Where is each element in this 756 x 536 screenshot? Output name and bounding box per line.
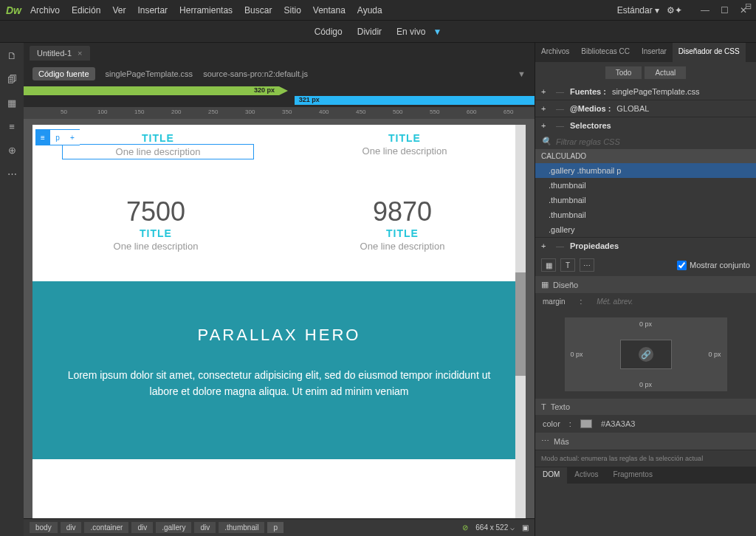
stat-block[interactable]: 7500 TITLE One line description (62, 174, 250, 252)
menu-edicion[interactable]: Edición (72, 5, 100, 16)
calculated-label: CALCULADO (535, 149, 756, 163)
scrollbar[interactable] (515, 125, 526, 518)
media-query-green[interactable]: 320 px (24, 86, 279, 95)
overlay-add-icon[interactable]: + (65, 130, 80, 145)
selector-item[interactable]: .thumbnail (535, 207, 756, 222)
manage-icon[interactable]: 🗐 (5, 72, 18, 86)
add-property-icon[interactable]: + (541, 241, 550, 250)
minimize-button[interactable]: — (698, 5, 712, 16)
color-swatch[interactable] (580, 419, 592, 428)
app-logo: Dw (6, 4, 21, 16)
margin-placeholder: Mét. abrev. (597, 298, 633, 306)
dom-icon[interactable]: ▦ (5, 96, 18, 109)
media-query-blue[interactable]: 321 px (295, 96, 535, 105)
show-set-input[interactable] (677, 261, 687, 270)
filter-selectors[interactable]: 🔍 Filtrar reglas CSS (535, 134, 756, 149)
menu-ver[interactable]: Ver (112, 5, 126, 16)
margin-bottom-val[interactable]: 0 px (639, 381, 652, 388)
margin-left-val[interactable]: 0 px (571, 351, 583, 358)
viewport-size[interactable]: 664 x 522 ⌵ (475, 523, 515, 532)
stat-desc: One line description (309, 241, 496, 252)
menu-sitio[interactable]: Sitio (284, 5, 300, 16)
sync-icon[interactable]: ⚙✦ (667, 5, 682, 16)
view-split[interactable]: Dividir (357, 27, 382, 37)
selectors-header[interactable]: + — Selectores (535, 117, 756, 134)
related-file-css[interactable]: singlePageTemplate.css (106, 69, 193, 78)
crumb-container[interactable]: .container (84, 522, 128, 533)
filter-icon[interactable]: ▼ (518, 69, 526, 78)
scope-todo[interactable]: Todo (605, 66, 642, 79)
menu-archivo[interactable]: Archivo (30, 5, 60, 16)
crumb-thumbnail[interactable]: .thumbnail (219, 522, 264, 533)
target-icon[interactable]: ⊕ (5, 143, 18, 157)
color-property-row[interactable]: color : #A3A3A3 (535, 415, 756, 433)
menu-insertar[interactable]: Insertar (137, 5, 168, 16)
view-code[interactable]: Código (315, 27, 343, 37)
tab-css-designer[interactable]: Diseñador de CSS (673, 43, 746, 62)
document-tab[interactable]: Untitled-1 × (30, 46, 90, 61)
text-cat-icon[interactable]: T (560, 258, 575, 272)
crumb-body[interactable]: body (30, 522, 58, 533)
stat-block[interactable]: 9870 TITLE One line description (309, 174, 496, 252)
sources-header[interactable]: + — Fuentes : singlePageTemplate.css (535, 83, 756, 100)
related-file-js[interactable]: source-sans-pro:n2:default.js (203, 69, 308, 78)
layout-icon: ▦ (541, 280, 549, 289)
more-category-header[interactable]: ⋯ Más (535, 433, 756, 450)
menu-herramientas[interactable]: Herramientas (179, 5, 233, 16)
crumb-gallery[interactable]: .gallery (156, 522, 191, 533)
device-preview-icon[interactable]: ▣ (522, 523, 529, 532)
thumbnail-block[interactable]: TITLE One line description (62, 132, 254, 159)
color-value[interactable]: #A3A3A3 (601, 419, 635, 428)
source-code-tab[interactable]: Código fuente (32, 67, 95, 80)
add-selector-icon[interactable]: + (541, 121, 550, 130)
tab-activos[interactable]: Activos (567, 467, 605, 484)
workspace-switcher[interactable]: Estándar ▾ (617, 5, 659, 16)
more-tools-icon[interactable]: ⋯ (5, 167, 18, 180)
box-model-widget[interactable]: 0 px 0 px 0 px 0 px 🔗 (535, 310, 756, 399)
parallax-hero[interactable]: PARALLAX HERO Lorem ipsum dolor sit amet… (32, 281, 526, 459)
menu-buscar[interactable]: Buscar (244, 5, 272, 16)
tab-archivos[interactable]: Archivos (535, 43, 575, 62)
media-header[interactable]: + — @Medios : GLOBAL (535, 100, 756, 117)
crumb-div[interactable]: div (131, 522, 153, 533)
selector-item[interactable]: .thumbnail (535, 178, 756, 193)
layout-cat-icon[interactable]: ▦ (541, 258, 556, 272)
tab-fragmentos[interactable]: Fragmentos (606, 467, 660, 484)
close-doc-icon[interactable]: × (78, 49, 82, 58)
selector-item[interactable]: .gallery .thumbnail p (535, 163, 756, 178)
crumb-div[interactable]: div (194, 522, 216, 533)
scope-actual[interactable]: Actual (645, 66, 686, 79)
tab-dom[interactable]: DOM (535, 467, 567, 484)
crumb-div[interactable]: div (61, 522, 82, 533)
show-set-checkbox[interactable]: Mostrar conjunto (677, 261, 750, 270)
link-icon[interactable]: 🔗 (639, 347, 653, 362)
layout-category-header[interactable]: ▦ Diseño (535, 276, 756, 293)
layout-icon[interactable]: ≡ (5, 120, 18, 133)
status-ok-icon[interactable]: ⊘ (462, 523, 468, 532)
margin-right-val[interactable]: 0 px (708, 351, 721, 358)
live-canvas[interactable]: ≡ p + TITLE One line description TITLE O… (32, 125, 526, 518)
add-source-icon[interactable]: + (541, 87, 550, 96)
selector-item[interactable]: .thumbnail (535, 193, 756, 207)
overlay-p-tag[interactable]: p (50, 130, 65, 145)
file-icon[interactable]: 🗋 (5, 49, 18, 62)
text-category-header[interactable]: T Texto (535, 399, 756, 415)
menu-ayuda[interactable]: Ayuda (357, 5, 382, 16)
margin-property-row[interactable]: margin : Mét. abrev. (535, 293, 756, 310)
stat-title: TITLE (309, 227, 496, 239)
tab-insertar[interactable]: Insertar (636, 43, 673, 62)
properties-header[interactable]: + — Propiedades (535, 238, 756, 254)
margin-top-val[interactable]: 0 px (639, 320, 652, 328)
menu-ventana[interactable]: Ventana (313, 5, 346, 16)
overlay-menu-icon[interactable]: ≡ (35, 130, 50, 145)
crumb-p[interactable]: p (267, 522, 284, 533)
more-cat-icon[interactable]: ⋯ (580, 258, 594, 272)
tab-bibliotecas[interactable]: Bibliotecas CC (575, 43, 636, 62)
thumbnail-block[interactable]: TITLE One line description (313, 132, 496, 159)
maximize-button[interactable]: ☐ (718, 5, 731, 16)
selector-item[interactable]: .gallery (535, 222, 756, 237)
collapse-icon[interactable]: ⊟ (745, 1, 752, 11)
view-live[interactable]: En vivo ▼ (396, 27, 441, 37)
scrollbar-thumb[interactable] (515, 272, 526, 376)
add-media-icon[interactable]: + (541, 104, 550, 113)
